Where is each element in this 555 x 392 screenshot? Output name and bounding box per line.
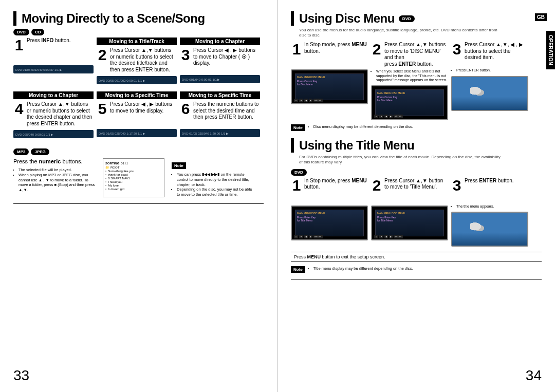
mp3-bullets: The selected file will be played. When p… [13,167,96,193]
step-text: Press Cursor ▲,▼ buttons or numeric butt… [110,47,177,73]
section-title-disc: Using Disc Menu [299,11,395,26]
screen-thumb: MAIN MENU DISC MENU Press Cursor Key for… [291,69,368,104]
step-sub: Moving to a Chapter [13,91,94,99]
footer-divider [291,279,542,279]
step-sub: Moving to a Title/Track [97,38,177,45]
media-badges-mp3: MP3 JPEG [13,148,264,155]
step-num: 2 [371,178,382,193]
title-note-row: Note Title menu display may be different… [291,266,542,273]
step-num: 4 [13,101,25,117]
screen-thumb: MAIN MENU DISC MENU Press Enter Key for … [371,206,448,240]
title-step-3: 3 Press ENTER button. The title menu app… [451,178,528,247]
page-number-right: 34 [526,367,542,384]
step-num: 2 [371,42,382,57]
note-badge: Note [172,162,186,169]
sort-box: SORTING 01 ☐ 📁 ROOT ▫ Something like you… [103,158,164,197]
section-title-titlemenu: Using the Title Menu [299,138,414,153]
note-bullets-left: You can press ▮◀◀ ▶▶▮ on the remote cont… [172,172,254,197]
disc-step3-note: Press ENTER button. [451,68,528,72]
step-2: Moving to a Title/Track 2 Press Cursor ▲… [97,38,177,84]
title-row-disc: Using Disc Menu DVD [291,11,542,26]
badge-dvd-title: DVD [291,169,307,176]
osd-strip: DVD 01/05 001/040 0:00:37 1/1 ▶ [13,65,94,73]
disc-step2-note: When you select Disc Menu and it is not … [371,69,448,82]
step-6: Moving to a Specific Time 6 Press the nu… [180,91,260,138]
screen-thumb-dolphin [451,76,528,111]
step-text: Press the numeric buttons to select the … [193,101,260,121]
mp3-jpeg-section: MP3 JPEG Press the numeric buttons. The … [13,148,264,197]
step-num: 1 [291,178,302,193]
osd-strip: DVD 001/040 0:00:01 1/1 ▶ [180,75,260,83]
note-badge: Note [291,266,305,273]
badge-dvd: DVD [13,29,29,35]
step-num: 2 [97,47,108,63]
steps-row-2: Moving to a Chapter 4 Press Cursor ▲,▼ b… [13,91,264,138]
step-sub: Moving to a Chapter [180,38,260,45]
disc-steps-row: 1 In Stop mode, press MENU button. MAIN … [291,42,542,120]
osd-strip: DVD 01/05 025/040 1:17:30 1/1 ▶ [97,129,177,137]
screen-thumb: MAIN MENU DISC MENU Press Cursor Key for… [371,85,448,120]
step-text: In Stop mode, press MENU button. [304,178,368,191]
page-number-left: 33 [13,367,29,384]
step-num: 3 [451,42,462,57]
osd-strip: DVD 03/05 001/002 0:00:01 1/1 ▶ [97,76,177,84]
title-row-left: Moving Directly to a Scene/Song [13,11,264,26]
step-text: Press Cursor ▲,▼ buttons to move to 'DIS… [384,42,448,67]
disc-step-1: 1 In Stop mode, press MENU button. MAIN … [291,42,368,120]
title-step-1: 1 In Stop mode, press MENU button. MAIN … [291,178,368,247]
title-step3-note: The title menu appears. [451,204,528,209]
steps-row-1: 1 Press INFO button. DVD 01/05 001/040 0… [13,38,264,84]
step-3: Moving to a Chapter 3 Press Cursor ◀ , ▶… [180,38,260,84]
step-text: Press Cursor ◀ , ▶ buttons to move to ti… [110,101,177,114]
title-note-text: Title menu display may be different depe… [313,266,413,271]
disc-step-2: 2 Press Cursor ▲,▼ buttons to move to 'D… [371,42,448,120]
media-badges-titlemenu: DVD [291,169,542,176]
disc-note-text: Disc menu display may be different depen… [313,124,413,129]
step-1: 1 Press INFO button. DVD 01/05 001/040 0… [13,38,94,84]
page-34: GB OPERATION Using Disc Menu DVD You can… [278,0,555,392]
note-row-left: Note [172,162,254,169]
exit-bar: Press MENU button to exit the setup scre… [291,252,542,262]
step-num: 3 [451,178,462,193]
lang-badge: GB [535,13,547,21]
step-text: In Stop mode, press MENU button. [304,42,368,54]
step-num: 1 [291,42,302,57]
screen-thumb: MAIN MENU DISC MENU Press Enter Key for … [291,206,368,240]
osd-strip: DVD 01/05 025/040 1:30:00 1/1 ▶ [180,129,260,137]
step-num: 5 [97,101,108,117]
step-num: 3 [180,47,191,63]
side-tab-operation: OPERATION [546,31,555,69]
step-text: Press ENTER button. [465,178,514,184]
note-badge: Note [291,124,305,131]
step-text: Press INFO button. [27,38,71,44]
screen-thumb-dolphin [451,212,528,247]
mp3-instruction: Press the numeric buttons. [13,158,96,164]
step-text: Press Cursor ◀ , ▶ buttons to move to Ch… [193,47,260,67]
title-steps-row: 1 In Stop mode, press MENU button. MAIN … [291,178,542,247]
title-row-titlemenu: Using the Title Menu [291,138,542,153]
badge-jpeg: JPEG [31,148,49,155]
step-text: Press Cursor ▲,▼, ◀ , ▶ buttons to selec… [465,42,528,61]
media-badges-left: DVD CD [13,29,264,35]
page-33: Moving Directly to a Scene/Song DVD CD 1… [0,0,278,392]
step-sub: Moving to a Specific Time [180,91,260,99]
step-4: Moving to a Chapter 4 Press Cursor ▲,▼ b… [13,91,94,138]
step-5: Moving to a Specific Time 5 Press Cursor… [97,91,177,138]
step-text: Press Cursor ▲,▼ buttons or numeric butt… [27,101,94,127]
disc-intro: You can use the menus for the audio lang… [299,28,505,38]
step-text: Press Cursor ▲,▼ button to move to 'Titl… [384,178,448,191]
badge-dvd-disc: DVD [399,15,415,22]
titlemenu-intro: For DVDs containing multiple titles, you… [299,155,505,164]
badge-cd: CD [31,29,45,35]
title-step-2: 2 Press Cursor ▲,▼ button to move to 'Ti… [371,178,448,247]
step-sub: Moving to a Specific Time [97,91,177,99]
disc-step-3: 3 Press Cursor ▲,▼, ◀ , ▶ buttons to sel… [451,42,528,120]
step-num: 6 [180,101,191,117]
page-title-left: Moving Directly to a Scene/Song [22,11,205,26]
badge-mp3: MP3 [13,148,29,155]
step-num: 1 [13,38,25,53]
footer-divider [13,203,264,204]
osd-strip: DVD 025/040 0:00:01 1/1 ▶ [13,130,94,138]
disc-note-row: Note Disc menu display may be different … [291,124,542,131]
